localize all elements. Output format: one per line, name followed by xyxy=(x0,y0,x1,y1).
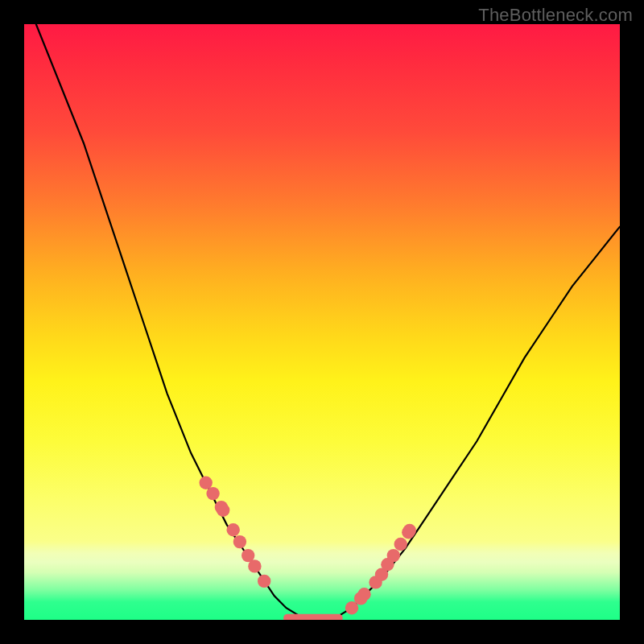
data-point xyxy=(233,535,246,548)
data-point xyxy=(394,538,407,551)
right-dot-cluster xyxy=(345,524,416,615)
curve-svg xyxy=(24,24,620,620)
watermark-text: TheBottleneck.com xyxy=(478,5,633,26)
chart-frame: TheBottleneck.com xyxy=(0,0,644,644)
plot-area xyxy=(24,24,620,620)
data-point xyxy=(217,504,229,517)
left-dot-cluster xyxy=(200,477,271,588)
data-point xyxy=(357,588,370,601)
data-point xyxy=(248,559,261,572)
data-point xyxy=(403,524,416,537)
data-point xyxy=(258,575,270,588)
data-point xyxy=(227,523,240,536)
data-point xyxy=(206,487,219,500)
bottleneck-curve xyxy=(36,24,620,618)
data-point xyxy=(387,549,400,562)
